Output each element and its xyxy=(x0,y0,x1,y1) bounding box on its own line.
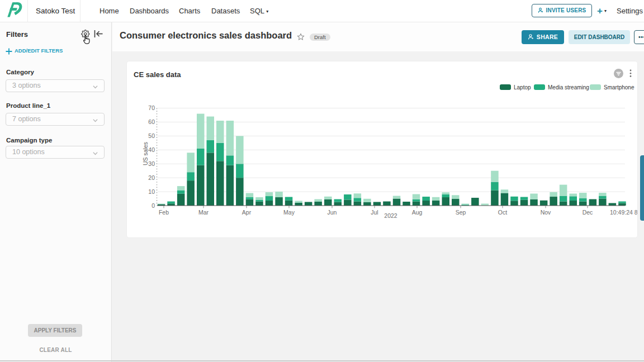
svg-text:60: 60 xyxy=(148,118,155,125)
svg-text:30: 30 xyxy=(148,160,155,167)
svg-text:Jul: Jul xyxy=(371,209,378,216)
svg-text:Jun: Jun xyxy=(328,209,337,216)
svg-text:20: 20 xyxy=(148,174,155,181)
svg-text:US sales: US sales xyxy=(142,142,149,165)
svg-text:2022: 2022 xyxy=(384,212,397,219)
svg-text:Dec: Dec xyxy=(583,209,593,216)
svg-text:10:49:24 8: 10:49:24 8 xyxy=(610,209,637,216)
svg-text:10: 10 xyxy=(148,188,155,195)
svg-text:Feb: Feb xyxy=(159,209,169,216)
svg-text:40: 40 xyxy=(148,146,155,153)
svg-text:Nov: Nov xyxy=(541,209,551,216)
svg-text:Apr: Apr xyxy=(242,209,252,216)
svg-text:Oct: Oct xyxy=(498,209,507,216)
svg-text:May: May xyxy=(283,209,295,216)
svg-text:70: 70 xyxy=(148,104,155,111)
svg-text:Aug: Aug xyxy=(412,209,423,216)
svg-text:Mar: Mar xyxy=(198,209,209,216)
svg-text:Sep: Sep xyxy=(456,209,466,216)
svg-text:50: 50 xyxy=(148,132,155,139)
svg-text:0: 0 xyxy=(151,202,155,209)
